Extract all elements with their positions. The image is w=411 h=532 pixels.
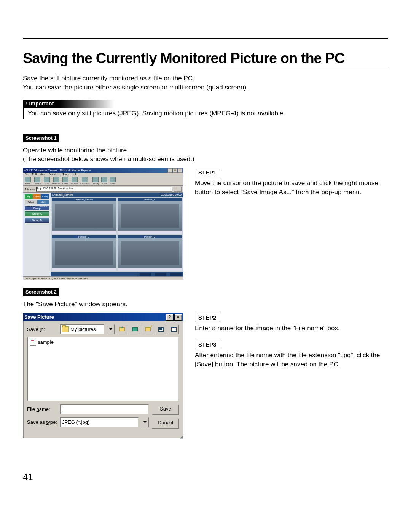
go-button[interactable] xyxy=(174,187,182,192)
subtab-select-camera[interactable]: Select camera xyxy=(25,200,37,204)
footer-slot[interactable] xyxy=(170,273,182,276)
file-item-name: sample xyxy=(38,339,54,345)
camera-image xyxy=(118,201,182,231)
up-one-level-button[interactable] xyxy=(117,324,127,334)
step3-text: After entering the file name with the fi… xyxy=(195,351,388,369)
screenshot-1-desc-l2: (The screenshot below shows when a multi… xyxy=(23,155,194,163)
main-title: Entrance_camera xyxy=(52,193,73,196)
close-button[interactable]: × xyxy=(178,168,182,173)
toolbar-mail[interactable]: Mail xyxy=(101,177,107,185)
camera-label: Position_D xyxy=(118,235,182,238)
file-item[interactable]: sample xyxy=(30,339,176,346)
menu-item[interactable]: Tools xyxy=(62,173,68,176)
save-in-combo[interactable]: My pictures xyxy=(60,324,104,334)
file-name-input[interactable] xyxy=(60,404,149,414)
intro-line-2: You can save the picture either as singl… xyxy=(23,84,248,91)
page-title: Saving the Currently Monitored Picture o… xyxy=(23,50,388,67)
screenshot-2-tag: Screenshot 2 xyxy=(23,288,59,296)
toolbar-search[interactable]: Search xyxy=(71,177,78,185)
new-folder-button[interactable] xyxy=(143,324,153,334)
page-top-rule xyxy=(23,38,388,39)
folder-icon xyxy=(62,326,69,332)
menu-item[interactable]: File xyxy=(25,173,29,176)
intro-text: Save the still picture currently monitor… xyxy=(23,74,388,92)
toolbar-forward[interactable]: Forward xyxy=(33,177,41,185)
menu-item[interactable]: Favorites xyxy=(48,173,59,176)
important-header: ! Important xyxy=(23,100,114,108)
cancel-button[interactable]: Cancel xyxy=(152,418,179,429)
save-as-type-combo[interactable]: JPEG (*.jpg) xyxy=(60,417,139,427)
camera-footer xyxy=(51,272,183,276)
browser-status-bar: Done http://192.168.0.10/cgi-bin/camera?… xyxy=(23,276,183,280)
camera-label: Entrance_camera xyxy=(52,198,116,201)
toolbar-print[interactable]: Print xyxy=(110,177,116,185)
details-view-button[interactable] xyxy=(169,324,179,334)
dialog-titlebar: Save Picture ? × xyxy=(23,313,183,321)
camera-image xyxy=(52,238,116,268)
save-in-label: Save in: xyxy=(27,326,57,332)
step1-tag: STEP1 xyxy=(195,168,220,177)
toolbar-back[interactable]: Back xyxy=(25,177,31,185)
title-underline xyxy=(23,70,388,70)
side-tab-setup[interactable]: Setup xyxy=(41,194,49,199)
camera-label: Position_C xyxy=(52,235,116,238)
address-label: Address xyxy=(25,188,35,190)
intro-line-1: Save the still picture currently monitor… xyxy=(23,75,194,82)
save-in-value: My pictures xyxy=(70,326,96,332)
save-button[interactable]: Save xyxy=(152,404,179,415)
page-number: 41 xyxy=(23,472,33,482)
toolbar-home[interactable]: Home xyxy=(62,177,68,185)
resize-grip-icon[interactable]: ◢ xyxy=(23,435,183,438)
footer-slot[interactable] xyxy=(140,273,151,276)
step2-text: Enter a name for the image in the "File … xyxy=(195,324,388,333)
group-a-button[interactable]: Group A xyxy=(25,211,49,216)
screenshot-1-section: Screenshot 1 Operate while monitoring th… xyxy=(23,134,388,281)
side-tab-control[interactable]: Control xyxy=(33,194,41,199)
close-button[interactable]: × xyxy=(174,314,182,321)
view-desktop-button[interactable] xyxy=(130,324,140,334)
group-b-button[interactable]: Group B xyxy=(25,218,49,223)
camera-image xyxy=(118,238,182,268)
important-body: You can save only still pictures (JPEG).… xyxy=(23,108,388,119)
file-list[interactable]: sample xyxy=(27,337,179,401)
camera-tile[interactable]: Entrance_camera xyxy=(52,198,116,234)
browser-toolbar: Back Forward Stop Refresh Home Search Fa… xyxy=(23,176,183,186)
footer-slot[interactable] xyxy=(155,273,166,276)
menu-item[interactable]: View xyxy=(40,173,45,176)
browser-content: Top Control Setup Select camera Multi ca… xyxy=(23,193,183,276)
camera-main: Entrance_camera 01/01/2002 00:00 Entranc… xyxy=(51,193,183,276)
camera-label: Position_B xyxy=(118,198,182,201)
browser-window: WJ-NT104 Network Camera - Microsoft Inte… xyxy=(23,168,183,280)
camera-tile[interactable]: Position_B xyxy=(118,198,182,234)
subtab-multi-camera[interactable]: Multi camera xyxy=(37,200,49,204)
toolbar-history[interactable]: History xyxy=(92,177,99,185)
camera-quad: Entrance_camera Position_B Position_C xyxy=(51,197,183,272)
menu-item[interactable]: Edit xyxy=(32,173,37,176)
help-button[interactable]: ? xyxy=(166,314,174,321)
maximize-button[interactable]: □ xyxy=(173,168,177,173)
screenshot-1-tag: Screenshot 1 xyxy=(23,134,59,142)
list-view-button[interactable] xyxy=(156,324,166,334)
save-as-type-dropdown-button[interactable] xyxy=(141,417,149,427)
screenshot-1-desc: Operate while monitoring the picture. (T… xyxy=(23,146,388,164)
toolbar-favorites[interactable]: Favorites xyxy=(80,177,90,185)
toolbar-stop[interactable]: Stop xyxy=(44,177,50,185)
toolbar-refresh[interactable]: Refresh xyxy=(52,177,60,185)
step3-tag: STEP3 xyxy=(195,340,220,349)
camera-tile[interactable]: Position_C xyxy=(52,235,116,271)
save-in-dropdown-button[interactable] xyxy=(107,324,115,334)
step1-text: Move the cursor on the picture to save a… xyxy=(195,179,388,197)
dialog-title: Save Picture xyxy=(24,314,54,320)
address-input[interactable]: http://192.168.0.10/normal.htm xyxy=(36,187,172,192)
screenshot-2-section: Screenshot 2 The "Save Picture" window a… xyxy=(23,288,388,438)
browser-title: WJ-NT104 Network Camera - Microsoft Inte… xyxy=(24,169,91,172)
main-time: 01/01/2002 00:00 xyxy=(161,193,182,196)
screenshot-2-desc: The "Save Picture" window appears. xyxy=(23,300,388,309)
menu-item[interactable]: Help xyxy=(72,173,77,176)
minimize-button[interactable]: _ xyxy=(168,168,172,173)
camera-tile[interactable]: Position_D xyxy=(118,235,182,271)
side-tab-top[interactable]: Top xyxy=(25,194,33,199)
document-icon xyxy=(30,339,36,346)
browser-titlebar: WJ-NT104 Network Camera - Microsoft Inte… xyxy=(23,168,183,173)
step2-tag: STEP2 xyxy=(195,313,220,322)
